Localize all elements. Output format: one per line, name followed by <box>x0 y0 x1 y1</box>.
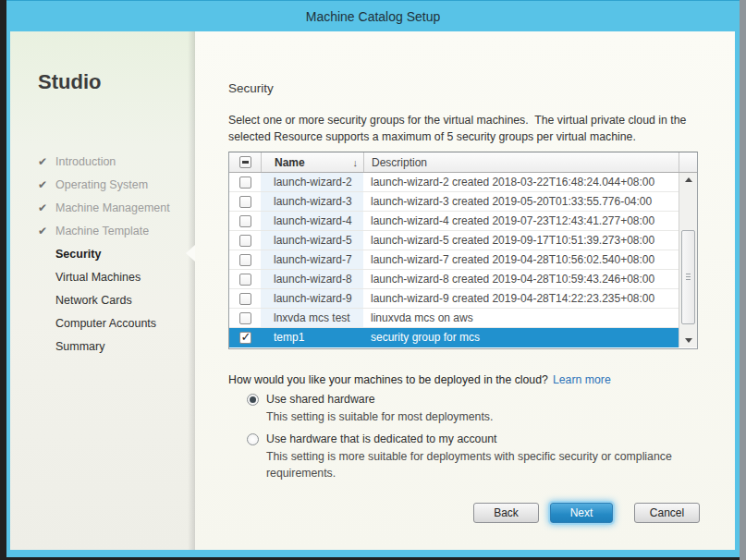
radio-button[interactable] <box>247 394 259 406</box>
desktop-background: Machine Catalog Setup Studio Introductio… <box>0 0 746 560</box>
deployment-option-2[interactable]: Use hardware that is dedicated to my acc… <box>247 432 497 445</box>
window-title: Machine Catalog Setup <box>306 9 441 24</box>
option-label: Use shared hardware <box>266 393 375 406</box>
deployment-options: Use shared hardwareThis setting is suita… <box>10 31 735 550</box>
back-button[interactable]: Back <box>473 503 539 523</box>
option-description: This setting is more suitable for deploy… <box>266 449 703 482</box>
next-button[interactable]: Next <box>550 503 613 523</box>
window-edge <box>740 0 746 560</box>
window-titlebar[interactable]: Machine Catalog Setup <box>6 1 740 31</box>
deployment-option-1[interactable]: Use shared hardware <box>247 393 375 406</box>
radio-button[interactable] <box>247 433 259 445</box>
option-description: This setting is suitable for most deploy… <box>266 409 703 426</box>
option-label: Use hardware that is dedicated to my acc… <box>266 432 497 445</box>
machine-catalog-setup-window: Machine Catalog Setup Studio Introductio… <box>6 0 740 557</box>
cancel-button[interactable]: Cancel <box>634 503 700 523</box>
current-step-pointer <box>186 245 195 262</box>
wizard-panel: Studio IntroductionOperating SystemMachi… <box>10 31 735 550</box>
